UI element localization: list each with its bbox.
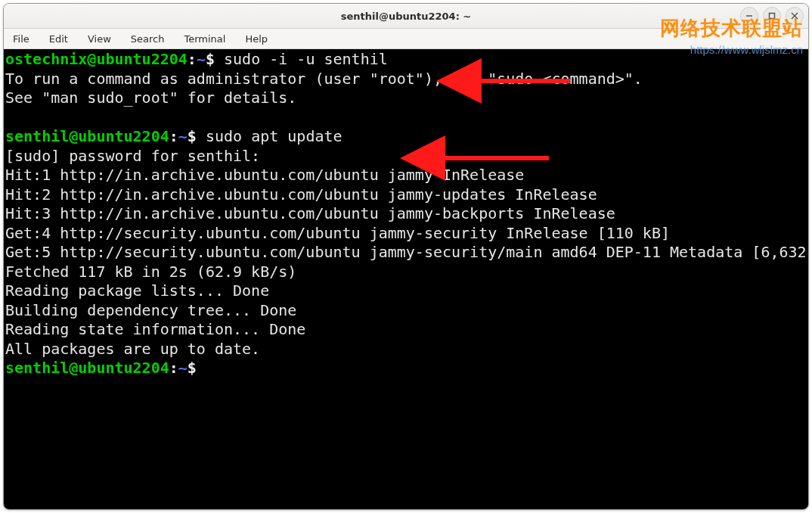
menu-help[interactable]: Help [242, 32, 271, 46]
prompt-user-host: ostechnix@ubuntu2204 [5, 50, 188, 68]
menu-file[interactable]: File [10, 32, 33, 46]
prompt-user-host: senthil@ubuntu2204 [5, 127, 169, 145]
output-line: Hit:1 http://in.archive.ubuntu.com/ubunt… [5, 166, 524, 184]
window-minimize-button[interactable] [740, 7, 758, 25]
window-controls [740, 7, 804, 25]
output-line: Reading package lists... Done [5, 281, 269, 300]
output-line: Hit:2 http://in.archive.ubuntu.com/ubunt… [5, 185, 597, 204]
prompt-colon: : [188, 50, 197, 68]
prompt-user-host: senthil@ubuntu2204 [5, 359, 169, 377]
menu-view[interactable]: View [85, 32, 114, 46]
svg-rect-1 [770, 14, 775, 19]
output-line: Building dependency tree... Done [5, 301, 296, 319]
output-line: Hit:3 http://in.archive.ubuntu.com/ubunt… [5, 204, 615, 222]
close-icon [791, 12, 798, 20]
terminal-output[interactable]: ostechnix@ubuntu2204:~$ sudo -i -u senth… [4, 49, 808, 509]
prompt-symbol: $ [188, 127, 206, 145]
window-title: senthil@ubuntu2204: ~ [341, 11, 472, 22]
output-line: See "man sudo_root" for details. [5, 89, 296, 107]
maximize-icon [768, 12, 776, 20]
output-line: Fetched 117 kB in 2s (62.9 kB/s) [5, 263, 296, 281]
prompt-path: ~ [197, 50, 206, 68]
menu-search[interactable]: Search [128, 32, 168, 46]
prompt-path: ~ [178, 359, 188, 377]
prompt-colon: : [169, 359, 178, 377]
output-line: To run a command as administrator (user … [5, 70, 643, 88]
prompt-symbol: $ [188, 359, 206, 377]
window-titlebar: senthil@ubuntu2204: ~ [4, 4, 808, 29]
output-line: Reading state information... Done [5, 320, 305, 338]
window-close-button[interactable] [786, 7, 804, 25]
menu-terminal[interactable]: Terminal [181, 32, 228, 46]
minimize-icon [745, 12, 753, 20]
output-line: Get:4 http://security.ubuntu.com/ubuntu … [5, 224, 670, 242]
prompt-symbol: $ [206, 50, 224, 68]
menubar: File Edit View Search Terminal Help [4, 29, 808, 49]
output-line: Get:5 http://security.ubuntu.com/ubuntu … [5, 243, 809, 261]
output-line: [sudo] password for senthil: [5, 147, 260, 165]
command-text: sudo -i -u senthil [224, 50, 388, 68]
terminal-window: senthil@ubuntu2204: ~ File Edit View Sea… [3, 3, 809, 510]
prompt-path: ~ [178, 127, 188, 145]
output-line: All packages are up to date. [5, 340, 260, 358]
window-maximize-button[interactable] [763, 7, 781, 25]
prompt-colon: : [169, 127, 178, 145]
command-text: sudo apt update [206, 127, 342, 145]
menu-edit[interactable]: Edit [46, 32, 71, 46]
